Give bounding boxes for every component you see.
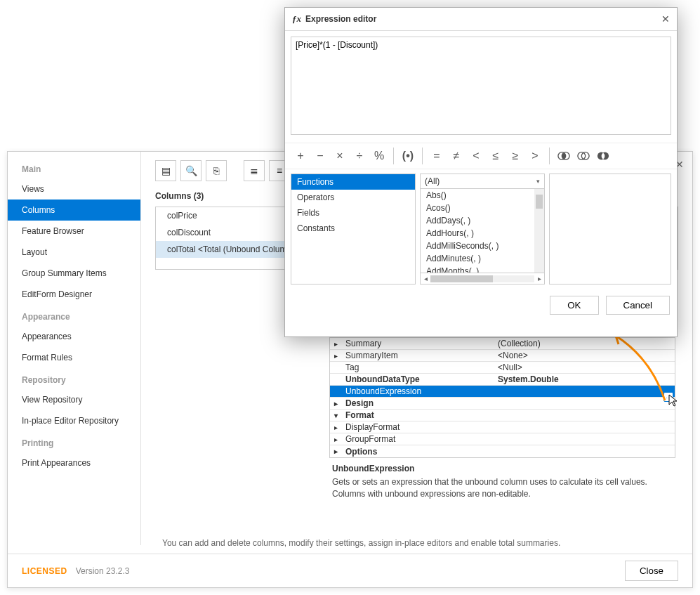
percent-icon[interactable]: % <box>371 148 388 164</box>
sidebar-item-group-summary[interactable]: Group Summary Items <box>8 263 140 284</box>
sidebar-heading-printing: Printing <box>8 431 140 452</box>
plus-icon[interactable]: + <box>292 148 309 164</box>
divide-icon[interactable]: ÷ <box>351 148 368 164</box>
expand-icon[interactable]: ▸ <box>334 447 338 455</box>
greater-equal-icon[interactable]: ≥ <box>507 148 524 164</box>
greater-icon[interactable]: > <box>527 148 543 164</box>
prop-row-display-format[interactable]: ▸DisplayFormat <box>330 421 675 433</box>
sidebar-item-view-repo[interactable]: View Repository <box>8 389 140 410</box>
close-icon[interactable]: ✕ <box>661 13 670 25</box>
sidebar-item-editform[interactable]: EditForm Designer <box>8 284 140 305</box>
and-icon[interactable] <box>555 148 572 164</box>
expression-editor-dialog: ƒx Expression editor ✕ + − × ÷ % (•) = ≠… <box>284 7 678 337</box>
sidebar-item-columns[interactable]: Columns <box>8 200 140 221</box>
equals-icon[interactable]: = <box>428 148 445 164</box>
separator <box>393 148 394 164</box>
function-list: (All)▾ Abs() Acos() AddDays(, ) AddHours… <box>420 174 545 285</box>
category-operators[interactable]: Operators <box>291 190 415 205</box>
prop-desc-text: Gets or sets an expression that the unbo… <box>332 476 673 500</box>
scroll-left-icon[interactable]: ◂ <box>421 275 430 282</box>
prop-desc-title: UnboundExpression <box>332 464 673 473</box>
sidebar-item-inplace-repo[interactable]: In-place Editor Repository <box>8 410 140 431</box>
expand-icon[interactable]: ▸ <box>334 400 338 407</box>
sidebar-heading-appearance: Appearance <box>8 305 140 326</box>
function-item[interactable]: AddDays(, ) <box>421 214 544 227</box>
not-icon[interactable] <box>595 148 612 164</box>
expand-icon[interactable]: ▸ <box>334 436 338 443</box>
collapse-icon[interactable]: ▾ <box>334 412 338 419</box>
sidebar-item-layout[interactable]: Layout <box>8 242 140 263</box>
prop-row-unbound-type[interactable]: UnboundDataType System.Double <box>330 374 675 386</box>
category-functions[interactable]: Functions <box>291 174 415 190</box>
dialog-title: Expression editor <box>305 14 376 24</box>
sidebar-item-appearances[interactable]: Appearances <box>8 326 140 347</box>
sidebar-item-format-rules[interactable]: Format Rules <box>8 347 140 368</box>
separator <box>422 148 423 164</box>
prop-group-options[interactable]: ▸Options <box>330 445 675 457</box>
license-badge: LICENSED <box>22 566 67 576</box>
expand-icon[interactable]: ▸ <box>334 340 338 348</box>
category-list: Functions Operators Fields Constants <box>291 174 416 285</box>
category-fields[interactable]: Fields <box>291 205 415 221</box>
hint-text: You can add and delete columns, modify t… <box>162 538 560 548</box>
prop-row-unbound-expr[interactable]: UnboundExpression … <box>330 386 675 398</box>
horizontal-scrollbar[interactable]: ◂ ▸ <box>421 273 544 284</box>
fx-icon: ƒx <box>292 13 301 25</box>
prop-group-design[interactable]: ▸Design <box>330 398 675 410</box>
ok-button[interactable]: OK <box>550 296 598 315</box>
separator <box>549 148 550 164</box>
version-label: Version 23.2.3 <box>76 566 130 576</box>
category-constants[interactable]: Constants <box>291 221 415 236</box>
dialog-titlebar: ƒx Expression editor ✕ <box>285 8 677 31</box>
sidebar-item-feature-browser[interactable]: Feature Browser <box>8 221 140 242</box>
operator-toolbar: + − × ÷ % (•) = ≠ < ≤ ≥ > <box>285 143 677 169</box>
multiply-icon[interactable]: × <box>331 148 348 164</box>
sidebar-item-print-appearances[interactable]: Print Appearances <box>8 452 140 473</box>
prop-row-summary-item[interactable]: ▸SummaryItem <None> <box>330 350 675 362</box>
minus-icon[interactable]: − <box>312 148 329 164</box>
prop-row-group-format[interactable]: ▸GroupFormat <box>330 433 675 445</box>
less-equal-icon[interactable]: ≤ <box>487 148 504 164</box>
export-icon[interactable]: ⎘ <box>206 160 227 181</box>
function-item[interactable]: Acos() <box>421 202 544 214</box>
search-icon[interactable]: 🔍 <box>180 160 202 181</box>
property-grid: ▸Summary (Collection) ▸SummaryItem <None… <box>329 337 675 503</box>
prop-row-summary[interactable]: ▸Summary (Collection) <box>330 338 675 350</box>
categorize-icon[interactable]: ▤ <box>155 160 176 181</box>
or-icon[interactable] <box>575 148 592 164</box>
function-item[interactable]: AddMilliSeconds(, ) <box>421 240 544 252</box>
footer: LICENSED Version 23.2.3 Close <box>8 554 692 587</box>
prop-group-format[interactable]: ▾Format <box>330 410 675 421</box>
vertical-scrollbar[interactable] <box>534 189 544 273</box>
expression-input[interactable] <box>291 37 671 135</box>
function-item[interactable]: Abs() <box>421 189 544 202</box>
function-item[interactable]: AddHours(, ) <box>421 227 544 240</box>
function-filter-dropdown[interactable]: (All)▾ <box>421 174 544 189</box>
less-icon[interactable]: < <box>468 148 484 164</box>
function-description <box>549 174 671 285</box>
not-equals-icon[interactable]: ≠ <box>448 148 465 164</box>
expand-icon[interactable]: ▸ <box>334 424 338 431</box>
function-item[interactable]: AddMinutes(, ) <box>421 252 544 265</box>
property-description: UnboundExpression Gets or sets an expres… <box>329 458 675 503</box>
group-icon[interactable]: (•) <box>399 148 416 164</box>
add-column-icon[interactable]: ≣ <box>244 160 265 181</box>
ellipsis-button[interactable]: … <box>663 392 673 402</box>
sidebar-item-views[interactable]: Views <box>8 178 140 200</box>
sidebar: Main Views Columns Feature Browser Layou… <box>8 152 141 545</box>
scroll-right-icon[interactable]: ▸ <box>534 275 544 282</box>
expand-icon[interactable]: ▸ <box>334 352 338 360</box>
sidebar-heading-main: Main <box>8 157 140 178</box>
cancel-button[interactable]: Cancel <box>606 296 671 315</box>
function-item[interactable]: AddMonths(, ) <box>421 265 544 273</box>
prop-row-tag[interactable]: Tag <Null> <box>330 362 675 374</box>
chevron-down-icon: ▾ <box>536 178 540 185</box>
close-button[interactable]: Close <box>625 561 678 581</box>
sidebar-heading-repository: Repository <box>8 368 140 389</box>
